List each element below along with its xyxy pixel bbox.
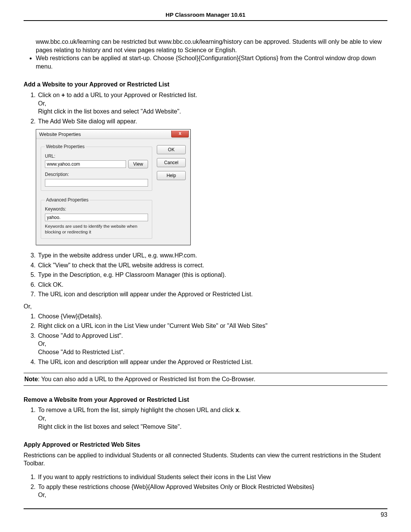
description-input[interactable] xyxy=(45,179,148,187)
x-icon: x xyxy=(236,407,239,413)
add-step-2: The Add Web Site dialog will appear. xyxy=(37,117,387,126)
url-input[interactable] xyxy=(45,160,126,168)
intro-bullet: Web restrictions can be applied at start… xyxy=(36,54,387,70)
note-text: : You can also add a URL to the Approved… xyxy=(38,376,255,382)
add-step1-or: Or, xyxy=(38,99,387,108)
page-header: HP Classroom Manager 10.61 xyxy=(24,11,387,21)
add-step1-text-b: to add a URL to your Approved or Restric… xyxy=(65,92,197,98)
ok-button[interactable]: OK xyxy=(157,145,186,154)
view-button[interactable]: View xyxy=(128,160,148,168)
alt-step-2: Right click on a URL icon in the List Vi… xyxy=(37,322,387,330)
keywords-label: Keywords: xyxy=(45,206,148,212)
note-box: Note: You can also add a URL to the Appr… xyxy=(24,373,387,386)
remove1c: Right click in the list boxes and select… xyxy=(38,423,387,431)
apply2-or: Or, xyxy=(38,491,387,499)
add-step-5: Type in the Description, e.g. HP Classro… xyxy=(37,271,387,279)
apply-step-2: To apply these restrictions choose {Web}… xyxy=(37,483,387,499)
group1-legend: Website Properties xyxy=(45,144,86,150)
dialog-title: Website Properties xyxy=(39,131,81,138)
note-label: Note xyxy=(24,376,38,382)
alt-step-1: Choose {View}{Details}. xyxy=(37,312,387,321)
plus-icon: + xyxy=(61,92,65,98)
alt3a: Choose "Add to Approved List". xyxy=(38,332,123,339)
alt-step-4: The URL icon and description will appear… xyxy=(37,358,387,366)
website-properties-group: Website Properties URL: View Description… xyxy=(41,144,152,191)
add-step-3: Type in the website address under URL, e… xyxy=(37,251,387,260)
add-step1-c: Right click in the list boxes and select… xyxy=(38,107,387,116)
section-remove-heading: Remove a Website from your Approved or R… xyxy=(24,396,387,404)
add-step-4: Click "View" to check that the URL websi… xyxy=(37,261,387,270)
cancel-button[interactable]: Cancel xyxy=(157,158,186,167)
apply-step-1: If you want to apply restrictions to ind… xyxy=(37,473,387,481)
page-number: 93 xyxy=(381,511,387,518)
keywords-input[interactable] xyxy=(45,214,148,221)
description-label: Description: xyxy=(45,171,148,177)
section-apply-heading: Apply Approved or Restricted Web Sites xyxy=(24,441,387,449)
add-step1-text-a: Click on xyxy=(38,92,61,98)
alt3-or: Or, xyxy=(38,340,387,348)
apply-intro: Restrictions can be applied to individua… xyxy=(24,451,387,468)
intro-paragraph: www.bbc.co.uk/learning can be restricted… xyxy=(24,38,387,54)
add-step-6: Click OK. xyxy=(37,281,387,289)
help-button[interactable]: Help xyxy=(157,171,186,180)
dialog-titlebar[interactable]: Website Properties x xyxy=(36,129,190,139)
keywords-hint: Keywords are used to identify the websit… xyxy=(45,224,148,235)
close-button[interactable]: x xyxy=(171,131,189,137)
remove1-or: Or, xyxy=(38,414,387,423)
remove1b: . xyxy=(239,407,241,413)
remove1a: To remove a URL from the list, simply hi… xyxy=(38,407,236,413)
website-properties-dialog: Website Properties x Website Properties … xyxy=(36,129,191,245)
add-step-7: The URL icon and description will appear… xyxy=(37,290,387,299)
alt3b: Choose "Add to Restricted List". xyxy=(38,348,387,356)
group2-legend: Advanced Properties xyxy=(45,197,89,203)
page-footer: 93 xyxy=(24,508,387,518)
or-divider: Or, xyxy=(24,302,387,311)
advanced-properties-group: Advanced Properties Keywords: Keywords a… xyxy=(41,197,152,239)
add-step-1: Click on + to add a URL to your Approved… xyxy=(37,91,387,116)
apply2a: To apply these restrictions choose {Web}… xyxy=(38,484,314,490)
url-label: URL: xyxy=(45,153,148,159)
remove-step-1: To remove a URL from the list, simply hi… xyxy=(37,406,387,431)
section-add-heading: Add a Website to your Approved or Restri… xyxy=(24,80,387,89)
alt-step-3: Choose "Add to Approved List". Or, Choos… xyxy=(37,332,387,356)
